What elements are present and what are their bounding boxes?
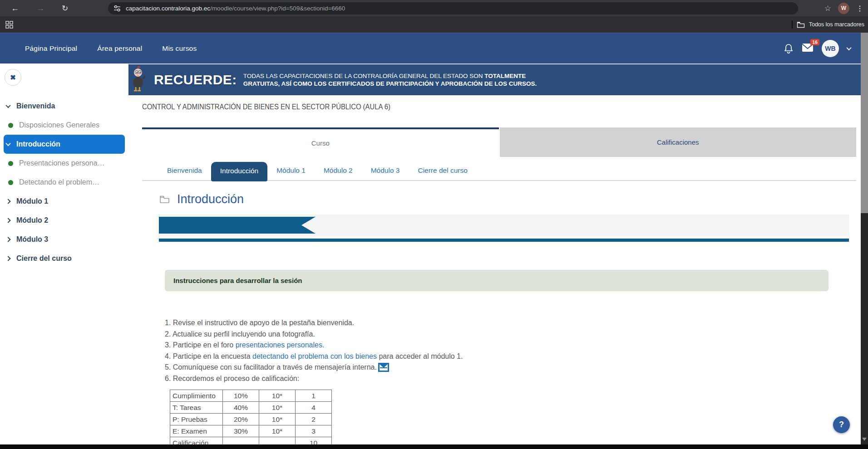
help-button[interactable]: ? [833,416,850,433]
table-cell: 3 [296,425,332,437]
table-row: Cumplimiento10%10*1 [170,390,332,402]
chevron-down-icon [5,141,10,146]
ribbon-flag-shape [159,217,316,234]
tab-curso[interactable]: Curso [142,127,499,157]
sidebar-item-bienvenida[interactable]: Bienvenida [4,97,128,116]
table-cell: E: Examen [170,425,223,437]
step-item: 1. Revise el instructivo de apoyo de la … [165,317,861,329]
apps-grid-icon[interactable] [5,21,13,29]
sidebar-item-presentaciones-persona[interactable]: Presentaciones persona… [4,154,128,173]
url-domain: capacitacion.contraloria.gob.ec [126,5,210,12]
sidebar-item-modulo-1[interactable]: Módulo 1 [4,192,128,211]
bookmark-star-icon[interactable]: ☆ [824,4,831,13]
course-index-sidebar: ✖ BienvenidaDisposiciones GeneralesIntro… [0,63,128,268]
sidebar-item-cierre-del-curso[interactable]: Cierre del curso [4,249,128,268]
browser-back-button[interactable]: ← [11,4,19,12]
step-link-presentaciones-personales[interactable]: presentaciones personales [236,341,322,349]
subtab-cierre-del-curso[interactable]: Cierre del curso [409,161,476,180]
sidebar-item-label: Presentaciones persona… [19,159,105,167]
navbar-links: Página PrincipalÁrea personalMis cursos [25,33,197,63]
folder-icon [797,21,805,28]
table-cell: 20% [223,414,259,425]
course-title: CONTROL Y ADMINISTRACIÓN DE BIENES EN EL… [142,102,789,111]
navbar-link-pagina-principal[interactable]: Página Principal [25,44,77,53]
folder-icon [159,195,170,204]
sidebar-item-detectando-el-problem[interactable]: Detectando el problem… [4,173,128,192]
main-content: CONTROL Y ADMINISTRACIÓN DE BIENES EN EL… [128,95,861,449]
sidebar-item-label: Detectando el problem… [19,178,99,186]
all-bookmarks-label[interactable]: Todos los marcadores [809,21,864,28]
completion-dot-icon [8,161,13,166]
table-cell: 4 [296,402,332,414]
subtab-bienvenida[interactable]: Bienvenida [158,161,211,180]
course-tabs: CursoCalificaciones [142,127,856,157]
sidebar-item-label: Módulo 3 [16,235,48,244]
banner-text-regular: TODAS LAS CAPACITACIONES DE LA CONTRALOR… [243,73,484,79]
site-info-icon[interactable] [113,5,121,12]
sidebar-item-disposiciones-generales[interactable]: Disposiciones Generales [4,116,128,135]
table-cell: 2 [296,414,332,425]
messages-count-badge: 16 [810,39,819,45]
sidebar-item-label: Módulo 2 [16,216,48,224]
scrollbar-down-arrow-icon[interactable] [862,438,867,441]
browser-profile-avatar[interactable]: W [838,3,849,14]
instructions-box: Instrucciones para desarrollar la sesión [165,270,829,291]
step-text: 2. Actualice su perfil incluyendo una fo… [165,330,315,338]
divider-bar [159,239,849,242]
table-row: T: Tareas40%10*4 [170,402,332,414]
notifications-bell-icon[interactable] [784,43,794,54]
table-row: P: Pruebas20%10*2 [170,414,332,425]
taskbar-edge [0,444,868,449]
step-item: 2. Actualice su perfil incluyendo una fo… [165,329,861,340]
subtab-modulo-3[interactable]: Módulo 3 [362,161,409,180]
step-link-detectando-el-problema-con-los-bienes[interactable]: detectando el problema con los bienes [252,352,377,360]
section-header: Introducción [159,190,861,208]
table-cell: P: Pruebas [170,414,223,425]
browser-reload-button[interactable]: ↻ [62,5,68,12]
tab-calificaciones[interactable]: Calificaciones [500,127,857,157]
chevron-right-icon [5,237,10,242]
table-cell: 10% [223,390,259,402]
sidebar-item-modulo-2[interactable]: Módulo 2 [4,211,128,230]
instructions-steps: 1. Revise el instructivo de apoyo de la … [165,317,861,384]
sidebar-item-introduccion[interactable]: Introducción [4,135,125,154]
table-cell: 10* [259,402,296,414]
page-scrollbar[interactable] [861,33,868,444]
subtab-modulo-2[interactable]: Módulo 2 [315,161,362,180]
banner-text: TODAS LAS CAPACITACIONES DE LA CONTRALOR… [243,72,538,88]
step-text: 6. Recordemos el proceso de calificación… [165,375,299,382]
chevron-right-icon [5,218,10,223]
address-bar[interactable]: capacitacion.contraloria.gob.ec/moodle/c… [108,2,798,15]
section-banner-strip [159,215,849,236]
scrollbar-thumb[interactable] [861,33,868,213]
grading-table: Cumplimiento10%10*1T: Tareas40%10*4P: Pr… [170,390,332,449]
browser-menu-icon[interactable]: ⋮ [856,4,863,13]
instructions-title: Instrucciones para desarrollar la sesión [173,277,302,284]
table-cell: T: Tareas [170,402,223,414]
browser-forward-button[interactable]: → [36,4,44,12]
banner-title: RECUERDE: [154,72,237,88]
step-text: 5. Comuníquese con su facilitador a trav… [165,363,377,371]
close-drawer-button[interactable]: ✖ [5,69,21,86]
user-menu-chevron-down-icon[interactable] [846,45,851,50]
step-item: 5. Comuníquese con su facilitador a trav… [165,362,861,373]
site-navbar: Página PrincipalÁrea personalMis cursos … [0,33,861,63]
navbar-link-area-personal[interactable]: Área personal [97,44,142,53]
step-item: 4. Participe en la encuesta detectando e… [165,351,861,362]
user-avatar[interactable]: WB [822,40,839,57]
completion-dot-icon [8,180,13,185]
table-cell: 10* [259,425,296,437]
subtab-introduccion[interactable]: Introducción [211,162,267,181]
navbar-link-mis-cursos[interactable]: Mis cursos [162,44,197,53]
divider [792,20,793,29]
subtab-modulo-1[interactable]: Módulo 1 [267,161,315,180]
table-cell: Cumplimiento [170,390,223,402]
step-text: 4. Participe en la encuesta [165,352,252,360]
chevron-right-icon [5,256,10,261]
mascot-bird-icon [131,66,148,93]
browser-toolbar: ← → ↻ capacitacion.contraloria.gob.ec/mo… [0,0,868,16]
sidebar-item-modulo-3[interactable]: Módulo 3 [4,230,128,249]
table-cell: 40% [223,402,259,414]
envelope-icon[interactable] [378,363,389,372]
url-text: capacitacion.contraloria.gob.ec/moodle/c… [126,5,345,12]
